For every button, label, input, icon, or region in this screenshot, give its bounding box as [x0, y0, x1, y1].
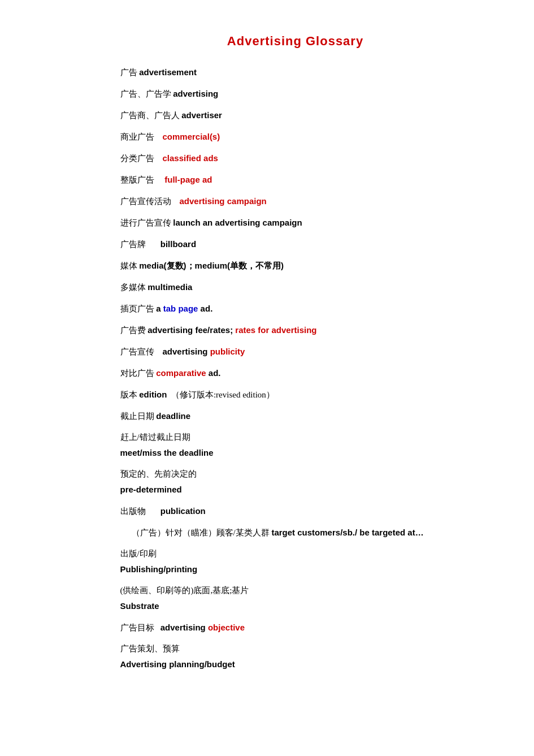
list-item: 广告 advertisement — [120, 64, 471, 80]
cn-text: 进行广告宣传 — [120, 218, 173, 227]
list-item: （广告）针对（瞄准）顾客/某类人群 target customers/sb./ … — [120, 525, 471, 541]
en-text: pre-determined — [120, 485, 182, 494]
en-text: launch an advertising campaign — [173, 218, 302, 227]
cn-text: 广告商、广告人 — [120, 111, 182, 120]
cn-text: (供绘画、印刷等的)底面,基底;基片 — [120, 586, 249, 595]
list-item: 广告费 advertising fee/rates; rates for adv… — [120, 322, 471, 338]
en-text: billboard — [160, 239, 196, 249]
list-item: 分类广告 classified ads — [120, 150, 471, 166]
cn-text: 广告宣传活动 — [120, 197, 180, 206]
cn-text: 赶上/错过截止日期 — [120, 433, 190, 442]
en-text: meet/miss the deadline — [120, 448, 214, 457]
en-text: full-page ad — [164, 175, 212, 184]
page-container: Advertising Glossary 广告 advertisement 广告… — [41, 0, 493, 712]
list-item: 预定的、先前决定的 pre-determined — [120, 466, 471, 498]
list-item: 插页广告 a tab page ad. — [120, 301, 471, 317]
cn-text: 广告、广告学 — [120, 89, 173, 98]
cn-text: 广告 — [120, 68, 140, 77]
en-text: advertisement — [139, 67, 197, 77]
en-text: media(复数)；medium(单数，不常用) — [139, 261, 284, 270]
list-item: 广告牌 billboard — [120, 236, 471, 252]
en-text: ad. — [198, 304, 212, 313]
list-item: 多媒体 multimedia — [120, 279, 471, 295]
list-item: 广告宣传活动 advertising campaign — [120, 193, 471, 209]
en-text-highlight: tab page — [163, 304, 198, 313]
list-item: 进行广告宣传 launch an advertising campaign — [120, 215, 471, 231]
cn-text: 广告费 — [120, 326, 148, 335]
cn-text: 分类广告 — [120, 154, 163, 163]
en-note: （修订版本:revised edition） — [167, 390, 274, 399]
list-item: 赶上/错过截止日期 meet/miss the deadline — [120, 430, 471, 461]
en-text-highlight: objective — [208, 623, 245, 632]
en-text: multimedia — [147, 282, 192, 292]
en-text: target customers/sb./ be targeted at… — [271, 528, 423, 537]
list-item: (供绘画、印刷等的)底面,基底;基片 Substrate — [120, 583, 471, 614]
en-text: commercial(s) — [163, 132, 220, 141]
list-item: 出版/印刷 Publishing/printing — [120, 546, 471, 577]
en-text: advertising — [160, 623, 208, 632]
cn-text: 广告牌 — [120, 240, 160, 249]
cn-text: 商业广告 — [120, 132, 163, 141]
cn-text: 广告策划、预算 — [120, 644, 180, 653]
list-item: 广告宣传 advertising publicity — [120, 344, 471, 360]
cn-text: 出版物 — [120, 507, 160, 516]
en-text: classified ads — [163, 153, 218, 163]
en-text: deadline — [156, 411, 190, 421]
en-text: advertising — [173, 89, 218, 98]
list-item: 版本 edition （修订版本:revised edition） — [120, 387, 471, 403]
page-title: Advertising Glossary — [120, 34, 471, 49]
cn-text: 插页广告 — [120, 304, 157, 313]
en-text: edition — [139, 390, 167, 399]
list-item: 对比广告 comparative ad. — [120, 365, 471, 381]
en-text: Advertising planning/budget — [120, 659, 235, 669]
list-item: 截止日期 deadline — [120, 408, 471, 424]
cn-text: 媒体 — [120, 261, 140, 270]
cn-text: 预定的、先前决定的 — [120, 469, 197, 478]
list-item: 广告、广告学 advertising — [120, 86, 471, 102]
cn-text: 版本 — [120, 390, 140, 399]
en-text-highlight: rates for advertising — [235, 325, 316, 335]
en-text: advertising fee/rates; — [147, 325, 235, 335]
en-text-highlight: comparative — [156, 368, 206, 378]
cn-text: 多媒体 — [120, 283, 148, 292]
cn-text: （广告）针对（瞄准）顾客/某类人群 — [132, 528, 272, 537]
list-item: 媒体 media(复数)；medium(单数，不常用) — [120, 258, 471, 274]
cn-text: 整版广告 — [120, 175, 165, 184]
en-text: advertising — [163, 347, 210, 356]
cn-text: 广告目标 — [120, 623, 160, 632]
en-text-highlight: publicity — [210, 347, 245, 356]
en-text: a — [156, 304, 163, 313]
en-text: Publishing/printing — [120, 564, 198, 574]
en-text: Substrate — [120, 601, 159, 611]
list-item: 广告策划、预算 Advertising planning/budget — [120, 641, 471, 672]
cn-text: 广告宣传 — [120, 347, 163, 356]
list-item: 整版广告 full-page ad — [120, 172, 471, 188]
list-item: 广告商、广告人 advertiser — [120, 107, 471, 123]
en-text: advertising campaign — [180, 196, 267, 206]
cn-text: 截止日期 — [120, 412, 157, 421]
en-text: advertiser — [181, 110, 222, 120]
list-item: 商业广告 commercial(s) — [120, 129, 471, 145]
en-text: ad. — [206, 368, 221, 378]
cn-text: 出版/印刷 — [120, 549, 157, 558]
list-item: 广告目标 advertising objective — [120, 620, 471, 636]
cn-text: 对比广告 — [120, 369, 157, 378]
list-item: 出版物 publication — [120, 503, 471, 519]
en-text: publication — [160, 506, 206, 516]
